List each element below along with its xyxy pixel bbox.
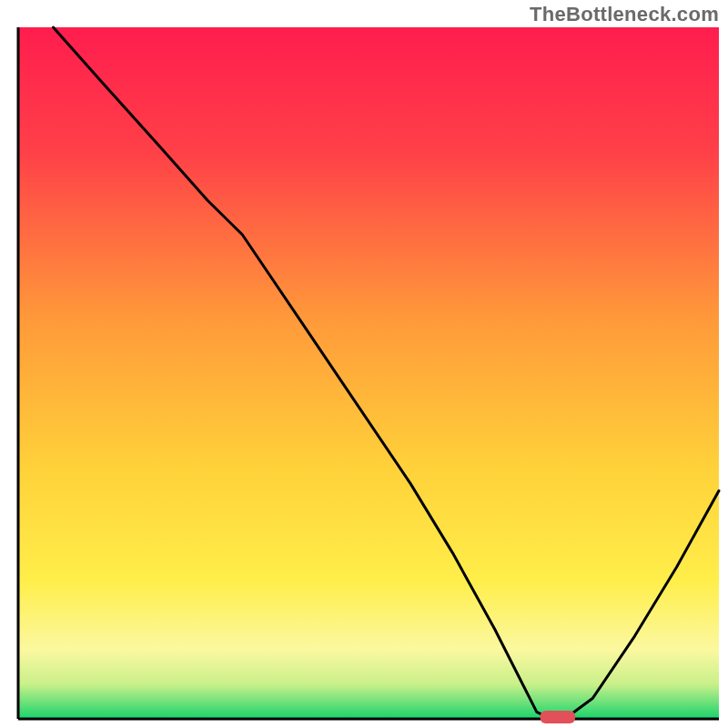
chart-container: { "watermark": { "text": "TheBottleneck.…: [0, 0, 728, 728]
heatmap-background: [18, 27, 719, 719]
optimal-marker: [541, 711, 576, 723]
bottleneck-chart: [0, 0, 728, 728]
